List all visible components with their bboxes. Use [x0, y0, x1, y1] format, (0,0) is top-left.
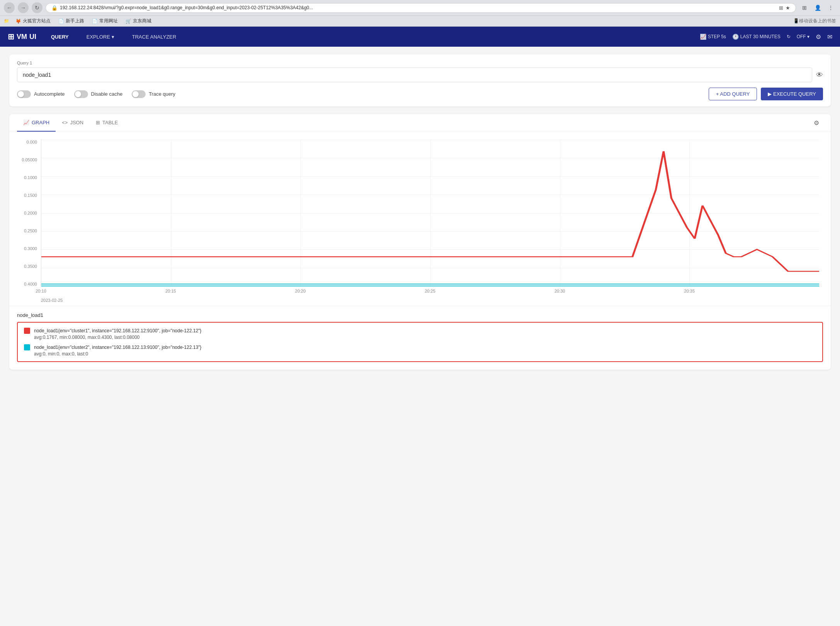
- main-content: Query 1 👁 Autocomplete Disable cache Tra…: [0, 47, 840, 626]
- x-label-1: 20:15: [165, 289, 176, 293]
- x-date: 2023-02-25: [41, 298, 63, 303]
- nav-explore[interactable]: EXPLORE ▾: [83, 32, 117, 41]
- table-tab-icon: ⊞: [96, 120, 100, 125]
- app-header: ⊞ VMUI QUERY EXPLORE ▾ TRACE ANALYZER 📈 …: [0, 27, 840, 47]
- time-range-button[interactable]: 🕐 LAST 30 MINUTES: [732, 34, 781, 40]
- nav-refresh-button[interactable]: ↻: [32, 2, 42, 13]
- execute-query-button[interactable]: ▶ EXECUTE QUERY: [761, 88, 823, 100]
- y-label-8: 0.000: [17, 140, 40, 144]
- nav-trace-analyzer[interactable]: TRACE ANALYZER: [129, 32, 180, 41]
- chart-plot: [41, 140, 819, 286]
- chart-lines-svg: [41, 140, 819, 286]
- add-query-button[interactable]: + ADD QUERY: [709, 88, 757, 100]
- y-label-0: 0.4000: [17, 282, 40, 286]
- y-label-2: 0.3000: [17, 246, 40, 251]
- graph-tab-label: GRAPH: [32, 120, 49, 125]
- trace-query-toggle-group: Trace query: [132, 90, 175, 98]
- bookmark-firefox[interactable]: 🦊 火狐官方站点: [14, 17, 52, 25]
- chart-area: 0.4000 0.3500 0.3000 0.2500 0.2000 0.150…: [9, 132, 831, 306]
- mobile-bookmark: 📱移动设备上的书签: [793, 18, 836, 24]
- bookmark-jd[interactable]: 🛒 京东商城: [124, 17, 153, 25]
- legend-section: node_load1 node_load1{env="cluster1", in…: [9, 306, 831, 370]
- nav-back-button[interactable]: ←: [4, 2, 15, 13]
- table-tab-label: TABLE: [102, 120, 118, 125]
- x-label-4: 20:30: [555, 289, 565, 293]
- x-axis: 20:10 20:15 20:20 20:25 20:30 20:35: [41, 286, 819, 302]
- bookmark-newbie[interactable]: 📄 新手上路: [57, 17, 86, 25]
- extensions-button[interactable]: ⊞: [799, 2, 810, 13]
- x-label-5: 20:35: [684, 289, 695, 293]
- y-label-3: 0.2500: [17, 228, 40, 233]
- x-label-3: 20:25: [425, 289, 436, 293]
- query-input[interactable]: [17, 68, 812, 82]
- y-label-5: 0.1500: [17, 193, 40, 198]
- chart-settings-button[interactable]: ⚙: [810, 115, 823, 130]
- legend-item-0: node_load1{env="cluster1", instance="192…: [24, 327, 816, 340]
- tab-graph[interactable]: 📈 GRAPH: [17, 114, 56, 132]
- y-label-1: 0.3500: [17, 264, 40, 269]
- y-label-4: 0.2000: [17, 211, 40, 215]
- legend-color-1: [24, 344, 30, 350]
- menu-button[interactable]: ⋮: [825, 2, 836, 13]
- autocomplete-toggle-group: Autocomplete: [17, 90, 65, 98]
- query-actions: + ADD QUERY ▶ EXECUTE QUERY: [709, 88, 823, 100]
- chart-container: 0.4000 0.3500 0.3000 0.2500 0.2000 0.150…: [17, 140, 823, 302]
- json-tab-icon: <>: [62, 120, 68, 125]
- browser-actions: ⊞ 👤 ⋮: [799, 2, 836, 13]
- y-label-7: 0.05000: [17, 157, 40, 162]
- browser-bar: ← → ↻ 🔒 192.168.122.24:8428/vmui/?g0.exp…: [0, 0, 840, 16]
- eye-button[interactable]: 👁: [816, 71, 823, 79]
- legend-item-1: node_load1{env="cluster2", instance="192…: [24, 344, 816, 357]
- graph-panel: 📈 GRAPH <> JSON ⊞ TABLE ⚙ 0.4000 0.3500: [9, 114, 831, 370]
- bookmarks-bar: 📁 🦊 火狐官方站点 📄 新手上路 📄 常用网址 🛒 京东商城 📱移动设备上的书…: [0, 16, 840, 27]
- legend-box: node_load1{env="cluster1", instance="192…: [17, 322, 823, 362]
- bookmark-common[interactable]: 📄 常用网址: [90, 17, 119, 25]
- legend-color-0: [24, 328, 30, 334]
- autocomplete-label: Autocomplete: [34, 91, 65, 97]
- autocomplete-toggle[interactable]: [17, 90, 31, 98]
- logo: ⊞ VMUI: [8, 32, 36, 41]
- x-label-0: 20:10: [36, 289, 46, 293]
- legend-title: node_load1: [17, 312, 823, 318]
- disable-cache-toggle[interactable]: [74, 90, 88, 98]
- y-axis: 0.4000 0.3500 0.3000 0.2500 0.2000 0.150…: [17, 140, 40, 286]
- query-label: Query 1: [17, 61, 823, 65]
- step-indicator[interactable]: 📈 STEP 5s: [700, 34, 726, 40]
- json-tab-label: JSON: [70, 120, 83, 125]
- settings-icon[interactable]: ⚙: [816, 33, 821, 41]
- disable-cache-label: Disable cache: [91, 91, 123, 97]
- header-right: 📈 STEP 5s 🕐 LAST 30 MINUTES ↻ OFF ▾ ⚙ ✉: [700, 33, 832, 41]
- x-label-2: 20:20: [295, 289, 306, 293]
- tab-table[interactable]: ⊞ TABLE: [90, 114, 124, 132]
- trace-query-label: Trace query: [149, 91, 175, 97]
- url-text: 192.168.122.24:8428/vmui/?g0.expr=node_l…: [60, 5, 777, 10]
- graph-tab-icon: 📈: [23, 120, 29, 125]
- tab-json[interactable]: <> JSON: [56, 114, 90, 132]
- graph-tabs: 📈 GRAPH <> JSON ⊞ TABLE ⚙: [9, 114, 831, 132]
- legend-text-1: node_load1{env="cluster2", instance="192…: [34, 344, 202, 357]
- refresh-button[interactable]: ↻: [787, 34, 791, 39]
- address-bar[interactable]: 🔒 192.168.122.24:8428/vmui/?g0.expr=node…: [46, 3, 796, 13]
- query-controls: Autocomplete Disable cache Trace query +…: [17, 88, 823, 100]
- query-box: Query 1 👁 Autocomplete Disable cache Tra…: [9, 54, 831, 107]
- y-label-6: 0.1000: [17, 175, 40, 180]
- profile-button[interactable]: 👤: [812, 2, 823, 13]
- trace-query-toggle[interactable]: [132, 90, 146, 98]
- message-icon[interactable]: ✉: [827, 33, 832, 41]
- nav-query[interactable]: QUERY: [48, 32, 72, 41]
- query-input-row: 👁: [17, 68, 823, 82]
- disable-cache-toggle-group: Disable cache: [74, 90, 123, 98]
- off-button[interactable]: OFF ▾: [797, 34, 809, 39]
- nav-forward-button[interactable]: →: [18, 2, 29, 13]
- legend-text-0: node_load1{env="cluster1", instance="192…: [34, 327, 202, 340]
